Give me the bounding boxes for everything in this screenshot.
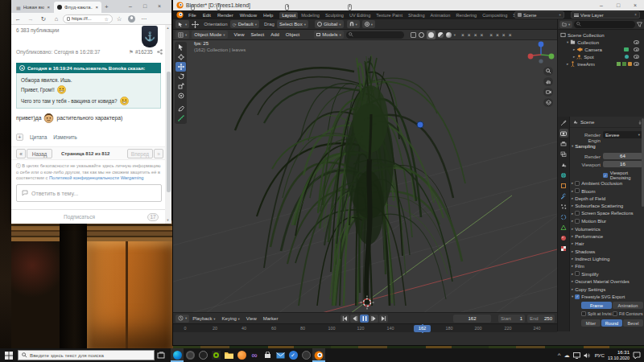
section-motion-blur[interactable]: ▸Motion Blur xyxy=(572,217,644,224)
minimize-button[interactable]: – xyxy=(594,0,609,11)
pan-hand-icon[interactable] xyxy=(543,77,553,86)
zoom-icon[interactable] xyxy=(543,67,553,76)
viewport-samples-field[interactable]: 16 xyxy=(603,161,642,167)
prev-keyframe-button[interactable] xyxy=(350,315,359,323)
split-checkbox[interactable] xyxy=(581,311,586,316)
shading-rendered-icon[interactable] xyxy=(446,32,452,38)
clock[interactable]: 16:31 13.10.2020 xyxy=(608,350,630,360)
proportional-edit-dropdown[interactable]: ▾ xyxy=(362,20,375,28)
tool-properties-tab[interactable] xyxy=(559,118,568,127)
transform-tool[interactable] xyxy=(175,91,186,101)
outliner-row-collection[interactable]: ▾ Collection xyxy=(560,39,642,46)
tab-close-icon[interactable]: × xyxy=(95,5,98,10)
home-icon[interactable]: ⌂ xyxy=(50,15,63,23)
move-tool[interactable] xyxy=(175,62,186,72)
taskbar-dark-app-icon[interactable] xyxy=(196,348,209,362)
timeline-ruler[interactable]: 0 20 40 60 80 100 120 140 180 200 220 24… xyxy=(173,323,557,332)
section-checkbox[interactable]: ✓ xyxy=(575,294,580,299)
new-scene-icon[interactable]: + xyxy=(559,13,561,17)
workspace-tab-sculpting[interactable]: Sculpting xyxy=(323,12,346,19)
next-keyframe-button[interactable] xyxy=(369,315,378,323)
maximize-button[interactable]: □ xyxy=(611,0,625,11)
menu-file[interactable]: File xyxy=(185,13,200,18)
start-button[interactable] xyxy=(0,348,18,362)
denoising-checkbox[interactable]: ✓ xyxy=(603,173,608,178)
workspace-tab-texturepaint[interactable]: Texture Paint xyxy=(374,12,405,19)
particles-properties-tab[interactable] xyxy=(559,202,568,211)
post-number[interactable]: #16235 xyxy=(135,49,153,55)
profile-avatar[interactable] xyxy=(128,15,135,23)
freestyle-frame-button[interactable]: Frame xyxy=(581,302,612,309)
shading-solid-icon[interactable] xyxy=(427,31,436,39)
world-properties-tab[interactable] xyxy=(559,171,568,179)
view-layer-properties-tab[interactable] xyxy=(559,150,568,158)
workspace-tab-animation[interactable]: Animation xyxy=(428,12,453,19)
current-frame-field[interactable]: 162 xyxy=(453,315,491,323)
fill-checkbox[interactable] xyxy=(613,311,617,316)
remove-view-layer-icon[interactable]: × xyxy=(634,13,637,17)
jump-to-start-button[interactable] xyxy=(341,315,349,323)
favorite-star-icon[interactable]: ☆ xyxy=(105,16,109,22)
expand-icon[interactable]: ▾ xyxy=(567,40,568,44)
forward-icon[interactable]: → xyxy=(24,15,37,23)
section-film[interactable]: ▸Film xyxy=(572,262,644,269)
scrollbar-thumb[interactable] xyxy=(167,72,171,192)
cursor-tool[interactable] xyxy=(175,52,186,62)
minimize-button[interactable]: – xyxy=(123,0,138,11)
last-page-button[interactable]: » xyxy=(154,149,163,158)
section-copy-settings[interactable]: ▸Copy Settings xyxy=(572,285,644,292)
mode-dropdown[interactable]: Object Mode▾ xyxy=(192,31,227,39)
timeline-editor-icon[interactable]: ▾ xyxy=(175,315,189,323)
more-menu-icon[interactable]: ⋯ xyxy=(138,15,151,23)
output-properties-tab[interactable] xyxy=(559,139,568,148)
multiquote-button[interactable]: + xyxy=(16,134,23,141)
back-icon[interactable]: ← xyxy=(11,15,24,23)
orientation-dropdown[interactable]: ⟳Default▾ xyxy=(230,20,259,28)
freestyle-round-button[interactable]: Round xyxy=(601,319,622,327)
taskbar-store-icon[interactable] xyxy=(261,348,274,362)
view-menu[interactable]: View xyxy=(231,32,248,37)
taskbar-dark-app2-icon[interactable] xyxy=(299,348,312,362)
section-freestyle-svg-export[interactable]: ▾✓Freestyle SVG Export xyxy=(572,293,644,300)
menu-edit[interactable]: Edit xyxy=(200,13,214,18)
browser-tab-new[interactable]: ▦ Новая вкла... × xyxy=(13,2,53,13)
active-tool-icon[interactable]: ▾ xyxy=(175,20,189,28)
outliner-row-spot[interactable]: ▸ Spot xyxy=(560,53,642,60)
visibility-eye-icon[interactable] xyxy=(634,62,639,66)
flag-icon[interactable]: ⚑ xyxy=(129,49,134,56)
scroll-down-icon[interactable]: ▼ xyxy=(167,218,170,222)
scale-tool[interactable] xyxy=(175,81,186,91)
scroll-up-icon[interactable]: ▲ xyxy=(167,26,170,30)
shading-material-icon[interactable] xyxy=(438,32,444,38)
sampling-section-header[interactable]: ▾Sampling xyxy=(572,143,596,149)
section-indirect-lighting[interactable]: ▸Indirect Lighting xyxy=(572,255,644,262)
quote-button[interactable]: Цитата xyxy=(30,134,47,140)
view-layer-selector[interactable]: View Layer × xyxy=(571,11,640,19)
render-properties-tab[interactable] xyxy=(559,129,568,138)
back-button[interactable]: Назад xyxy=(27,149,52,158)
section-simplify[interactable]: ▸Simplify xyxy=(572,270,644,278)
favorites-icon[interactable]: ☆ xyxy=(113,15,126,23)
measure-tool[interactable] xyxy=(175,113,186,123)
section-checkbox[interactable] xyxy=(575,211,580,216)
share-icon[interactable] xyxy=(157,49,163,55)
taskbar-mail-icon[interactable] xyxy=(274,348,287,362)
object-menu[interactable]: Object xyxy=(283,32,303,37)
rotate-tool[interactable] xyxy=(175,72,186,81)
transform-orientation-dropdown[interactable]: Global▾ xyxy=(315,20,344,28)
section-shadows[interactable]: ▸Shadows xyxy=(572,248,644,255)
taskbar-search-input[interactable]: Введите здесь текст для поиска xyxy=(18,350,155,360)
display-icon[interactable] xyxy=(573,352,580,359)
browser-tab-forum[interactable]: Флуд-каюта... × xyxy=(54,2,101,13)
editor-type-icon[interactable]: ▾ xyxy=(175,31,189,39)
section-volumetrics[interactable]: ▸Volumetrics xyxy=(572,224,644,232)
section-depth-of-field[interactable]: ▸Depth of Field xyxy=(572,195,644,202)
tray-chevron-icon[interactable]: ^ xyxy=(558,352,561,359)
expand-icon[interactable]: ▸ xyxy=(573,55,575,59)
freestyle-bevel-button[interactable]: Bevel xyxy=(623,319,643,327)
edit-button[interactable]: Изменить xyxy=(53,134,76,140)
marker-menu[interactable]: Marker xyxy=(260,316,282,321)
browser-scrollbar[interactable]: ▲ ▼ xyxy=(165,25,171,224)
section-oscurart-material-overrides[interactable]: ▸Oscurart Material Overrides xyxy=(572,278,644,285)
taskbar-orange-app-icon[interactable] xyxy=(235,348,248,362)
